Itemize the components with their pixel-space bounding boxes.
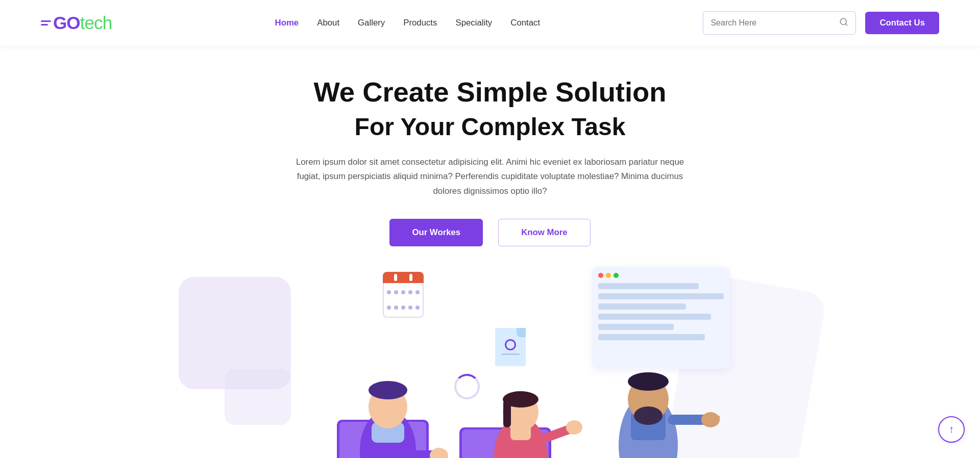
screen-dot-red xyxy=(598,273,603,278)
nav-link-about[interactable]: About xyxy=(317,18,339,28)
calendar-top xyxy=(383,272,424,283)
know-more-button[interactable]: Know More xyxy=(498,219,590,246)
cal-dot xyxy=(394,290,398,294)
search-box xyxy=(703,11,856,35)
hero-title-line2: For Your Complex Task xyxy=(10,113,970,141)
cal-dot xyxy=(387,290,391,294)
scroll-top-icon: ↑ xyxy=(949,423,954,436)
svg-point-29 xyxy=(628,372,669,391)
nav-item-speciality: Speciality xyxy=(455,18,492,28)
contact-us-button[interactable]: Contact Us xyxy=(865,12,939,34)
people-illustration: mostaql.com xyxy=(260,297,720,458)
our-workes-button[interactable]: Our Workes xyxy=(389,219,483,246)
svg-rect-23 xyxy=(503,399,511,427)
nav-link-home[interactable]: Home xyxy=(275,18,299,28)
cal-dot xyxy=(401,290,405,294)
nav-item-home: Home xyxy=(275,18,299,28)
calendar-ring-left xyxy=(394,274,397,281)
illustration-wrap: mostaql.com xyxy=(209,267,771,458)
screen-line-1 xyxy=(598,283,699,289)
logo-line-top xyxy=(41,20,51,22)
screen-dot-yellow xyxy=(606,273,611,278)
navbar: GO tech Home About Gallery Products Spec… xyxy=(0,0,980,46)
svg-rect-33 xyxy=(713,416,720,421)
svg-line-1 xyxy=(846,23,847,25)
nav-item-about: About xyxy=(317,18,339,28)
cal-dot xyxy=(408,290,412,294)
logo-lines-icon xyxy=(41,20,51,26)
nav-link-gallery[interactable]: Gallery xyxy=(358,18,385,28)
hero-section: We Create Simple Solution For Your Compl… xyxy=(0,46,980,458)
nav-item-products: Products xyxy=(403,18,437,28)
hero-description: Lorem ipsum dolor sit amet consectetur a… xyxy=(291,155,689,199)
svg-point-16 xyxy=(430,448,448,458)
logo-line-bottom xyxy=(41,24,48,26)
logo-tech-text: tech xyxy=(80,13,112,33)
nav-link-products[interactable]: Products xyxy=(403,18,437,28)
svg-point-14 xyxy=(369,381,407,399)
nav-links: Home About Gallery Products Speciality C… xyxy=(275,18,541,28)
cal-dot xyxy=(415,290,420,294)
svg-point-25 xyxy=(566,420,582,435)
scroll-top-button[interactable]: ↑ xyxy=(938,416,965,443)
nav-item-gallery: Gallery xyxy=(358,18,385,28)
svg-point-30 xyxy=(634,406,663,425)
calendar-ring-right xyxy=(409,274,412,281)
hero-buttons: Our Workes Know More xyxy=(10,219,970,246)
search-icon[interactable] xyxy=(839,17,848,29)
screen-dot-green xyxy=(614,273,619,278)
nav-link-speciality[interactable]: Speciality xyxy=(455,18,492,28)
nav-right: Contact Us xyxy=(703,11,939,35)
hero-title-line1: We Create Simple Solution xyxy=(10,77,970,109)
screen-dots xyxy=(598,273,724,278)
logo-go-text: GO xyxy=(53,13,80,33)
nav-item-contact: Contact xyxy=(510,18,540,28)
logo[interactable]: GO tech xyxy=(41,13,112,33)
search-input[interactable] xyxy=(710,18,835,28)
nav-link-contact[interactable]: Contact xyxy=(510,18,540,28)
